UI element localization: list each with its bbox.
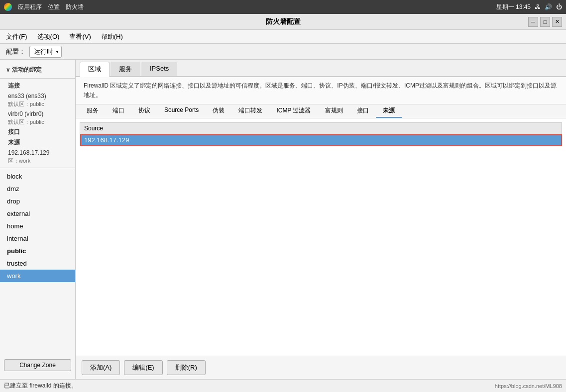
sub-tab-port-forward[interactable]: 端口转发 [231, 104, 269, 118]
connection-label: 连接 [0, 81, 75, 91]
apps-menu[interactable]: 应用程序 [18, 3, 42, 11]
menu-help[interactable]: 帮助(H) [97, 31, 127, 42]
volume-icon: 🔊 [545, 3, 552, 10]
active-binding-label: 活动的绑定 [0, 64, 75, 76]
zone-work[interactable]: work [0, 270, 75, 282]
sub-tab-interface[interactable]: 接口 [350, 104, 376, 118]
source-table: Source 192.168.17.129 [80, 122, 562, 146]
source-ip: 192.168.17.129 区：work [0, 148, 75, 166]
zone-drop[interactable]: drop [0, 195, 75, 207]
main-layout: 活动的绑定 连接 ens33 (ens33) 默认区：public virbr0… [0, 60, 566, 379]
connection-ens33: ens33 (ens33) 默认区：public [0, 91, 75, 109]
window-title: 防火墙配置 [266, 17, 301, 26]
location-menu[interactable]: 位置 [48, 3, 60, 11]
system-bar: 应用程序 位置 防火墙 星期一 13:45 🖧 🔊 ⏻ [0, 0, 566, 14]
menu-view[interactable]: 查看(V) [65, 31, 95, 42]
description-text: FirewallD 区域定义了绑定的网络连接、接口以及源地址的可信程度。区域是服… [76, 77, 566, 104]
sub-tab-source[interactable]: 未源 [376, 104, 402, 118]
sidebar-divider-1 [0, 78, 75, 79]
table-area: Source 192.168.17.129 [76, 118, 566, 356]
restore-button[interactable]: □ [540, 17, 550, 27]
sub-tabs-bar: 服务 端口 协议 Source Ports 伪装 端口转发 ICMP 过滤器 富… [76, 104, 566, 118]
zone-trusted[interactable]: trusted [0, 257, 75, 270]
status-text: 已建立至 firewalld 的连接。 [4, 382, 77, 390]
tab-ipsets[interactable]: IPSets [141, 62, 177, 76]
network-icon: 🖧 [535, 3, 541, 10]
tab-zones[interactable]: 区域 [80, 62, 110, 77]
menu-file[interactable]: 文件(F) [2, 31, 31, 42]
zone-external[interactable]: external [0, 207, 75, 220]
zone-home[interactable]: home [0, 220, 75, 232]
config-dropdown[interactable]: 运行时 [29, 46, 62, 58]
status-bar: 已建立至 firewalld 的连接。 https://blog.csdn.ne… [0, 379, 566, 392]
zone-block[interactable]: block [0, 170, 75, 183]
firewall-menu[interactable]: 防火墙 [66, 3, 84, 11]
sub-tab-services[interactable]: 服务 [80, 104, 106, 118]
table-row[interactable]: 192.168.17.129 [80, 134, 562, 146]
connection-virbr0: virbr0 (virbr0) 默认区：public [0, 109, 75, 127]
main-tabs-bar: 区域 服务 IPSets [76, 60, 566, 77]
menu-bar: 文件(F) 选项(O) 查看(V) 帮助(H) [0, 30, 566, 44]
sidebar: 活动的绑定 连接 ens33 (ens33) 默认区：public virbr0… [0, 60, 76, 379]
power-icon: ⏻ [556, 3, 562, 10]
interface-label: 接口 [0, 127, 75, 137]
minimize-button[interactable]: ─ [528, 17, 538, 27]
delete-button[interactable]: 删除(R) [167, 360, 206, 375]
sub-tab-source-ports[interactable]: Source Ports [157, 104, 206, 118]
tab-services[interactable]: 服务 [111, 62, 140, 76]
source-column-header: Source [80, 123, 562, 134]
sub-tab-icmp-filter[interactable]: ICMP 过滤器 [269, 104, 318, 118]
window-controls: ─ □ ✕ [528, 17, 562, 27]
datetime: 星期一 13:45 [496, 3, 531, 11]
sub-tab-ports[interactable]: 端口 [106, 104, 131, 118]
app-icon [4, 3, 12, 11]
title-bar: 防火墙配置 ─ □ ✕ [0, 14, 566, 30]
config-label: 配置： [6, 47, 25, 56]
close-button[interactable]: ✕ [552, 17, 562, 27]
sub-tab-protocols[interactable]: 协议 [131, 104, 157, 118]
source-cell: 192.168.17.129 [80, 134, 562, 146]
sidebar-divider-2 [0, 168, 75, 168]
edit-button[interactable]: 编辑(E) [124, 360, 162, 375]
system-bar-left: 应用程序 位置 防火墙 [4, 3, 84, 11]
status-url: https://blog.csdn.net/ML908 [495, 383, 562, 389]
sub-tab-masquerade[interactable]: 伪装 [206, 104, 231, 118]
sub-tab-rich-rules[interactable]: 富规则 [318, 104, 350, 118]
menu-options[interactable]: 选项(O) [33, 31, 64, 42]
config-bar: 配置： 运行时 [0, 44, 566, 60]
system-bar-right: 星期一 13:45 🖧 🔊 ⏻ [496, 3, 562, 11]
content-area: 区域 服务 IPSets FirewallD 区域定义了绑定的网络连接、接口以及… [76, 60, 566, 379]
add-button[interactable]: 添加(A) [82, 360, 120, 375]
zone-public[interactable]: public [0, 245, 75, 257]
source-label: 来源 [0, 137, 75, 148]
button-bar: 添加(A) 编辑(E) 删除(R) [76, 356, 566, 379]
zone-list: block dmz drop external home internal pu… [0, 170, 75, 355]
zone-internal[interactable]: internal [0, 232, 75, 245]
zone-dmz[interactable]: dmz [0, 183, 75, 195]
change-zone-button[interactable]: Change Zone [4, 359, 71, 371]
